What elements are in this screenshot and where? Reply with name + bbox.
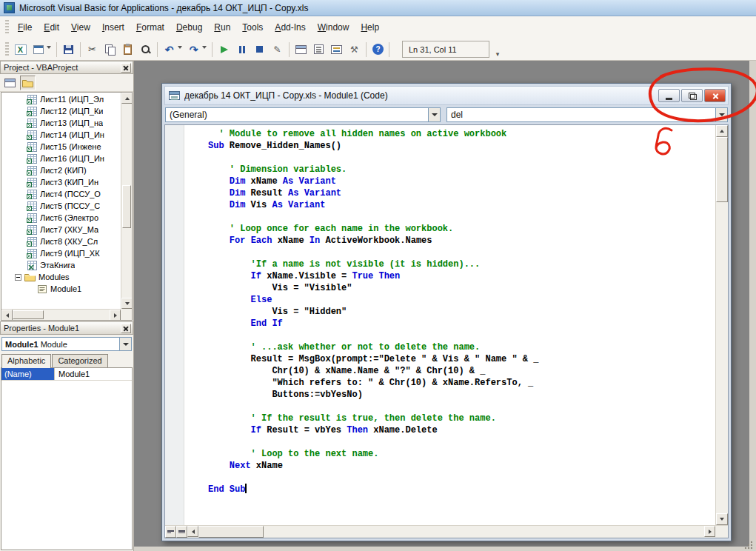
copy-icon[interactable]: [101, 41, 118, 58]
scroll-left-icon[interactable]: [187, 526, 198, 537]
restore-icon[interactable]: [681, 89, 703, 102]
tree-vscroll-thumb[interactable]: [122, 185, 131, 228]
tree-item-module[interactable]: Module1: [1, 283, 121, 295]
procedure-view-icon[interactable]: [165, 526, 176, 538]
property-value-cell[interactable]: Module1: [55, 368, 132, 380]
redo-icon[interactable]: [185, 41, 202, 58]
tree-item-workbook[interactable]: ЭтаКнига: [1, 259, 121, 271]
view-excel-icon[interactable]: [12, 41, 29, 58]
properties-object-dropdown[interactable]: Module1 Module: [1, 337, 132, 351]
tab-categorized[interactable]: Categorized: [52, 354, 107, 367]
project-explorer-icon[interactable]: [292, 41, 310, 58]
project-tree[interactable]: Лист11 (ИЦП_ЭлЛист12 (ИЦП_КиЛист13 (ИЦП_…: [1, 93, 121, 309]
tree-item-sheet[interactable]: Лист13 (ИЦП_на: [1, 117, 121, 129]
save-icon[interactable]: [60, 41, 77, 58]
project-panel-header[interactable]: Project - VBAProject: [0, 61, 133, 74]
scroll-right-icon[interactable]: [110, 310, 121, 321]
help-icon[interactable]: [369, 41, 387, 58]
project-panel-close-icon[interactable]: [121, 63, 131, 73]
code-vscroll-thumb[interactable]: [716, 137, 728, 202]
menu-item-format[interactable]: Format: [130, 19, 170, 36]
tree-item-sheet[interactable]: Лист12 (ИЦП_Ки: [1, 105, 121, 117]
tree-item-sheet[interactable]: Лист11 (ИЦП_Эл: [1, 93, 121, 105]
undo-icon[interactable]: [161, 41, 178, 58]
find-icon[interactable]: [137, 41, 154, 58]
menu-item-insert[interactable]: Insert: [96, 19, 130, 36]
menu-item-add-ins[interactable]: Add-Ins: [269, 19, 311, 36]
procedure-dropdown[interactable]: del: [446, 107, 728, 122]
menu-item-file[interactable]: File: [12, 19, 38, 36]
window-resize-grip[interactable]: [744, 540, 754, 550]
reset-icon[interactable]: [251, 41, 268, 58]
close-icon[interactable]: [704, 89, 726, 102]
menu-item-edit[interactable]: Edit: [38, 19, 65, 36]
tree-item-sheet[interactable]: Лист4 (ПССУ_О: [1, 188, 121, 200]
scroll-up-icon[interactable]: [121, 93, 133, 104]
tree-item-sheet[interactable]: Лист6 (Электро: [1, 212, 121, 224]
code-vscroll-track[interactable]: [716, 137, 728, 513]
code-vertical-scrollbar[interactable]: [715, 125, 728, 525]
minimize-icon[interactable]: [658, 89, 680, 102]
scroll-down-icon[interactable]: [121, 298, 133, 309]
dropdown-arrow-icon[interactable]: [715, 108, 727, 121]
scroll-right-icon[interactable]: [704, 526, 715, 537]
scroll-down-icon[interactable]: [716, 513, 728, 525]
tree-vertical-scrollbar[interactable]: [121, 93, 132, 309]
property-row[interactable]: (Name) Module1: [1, 368, 132, 381]
dropdown-arrow-icon[interactable]: [178, 46, 182, 49]
tree-item-sheet[interactable]: Лист7 (ХКУ_Ма: [1, 224, 121, 236]
menu-item-debug[interactable]: Debug: [170, 19, 208, 36]
toolbar-drag-handle[interactable]: [5, 42, 9, 57]
properties-panel-close-icon[interactable]: [121, 324, 131, 333]
toolbar-options-chevron[interactable]: [492, 41, 503, 58]
run-icon[interactable]: [215, 41, 233, 58]
titlebar[interactable]: Microsoft Visual Basic for Applications …: [0, 0, 756, 16]
menu-item-run[interactable]: Run: [208, 19, 236, 36]
toggle-folders-icon[interactable]: [20, 76, 36, 90]
menu-item-help[interactable]: Help: [355, 19, 385, 36]
code-hscroll-track[interactable]: [198, 526, 704, 538]
code-margin-indicator-bar[interactable]: [165, 125, 184, 525]
paste-icon[interactable]: [119, 41, 136, 58]
tree-item-sheet[interactable]: Лист8 (ХКУ_Сл: [1, 236, 121, 247]
menu-item-tools[interactable]: Tools: [236, 19, 269, 36]
menu-item-view[interactable]: View: [65, 19, 96, 36]
tree-item-folder[interactable]: Modules: [1, 271, 121, 283]
view-object-icon[interactable]: [2, 76, 18, 90]
break-icon[interactable]: [233, 41, 250, 58]
tree-item-sheet[interactable]: Лист2 (КИП): [1, 164, 121, 176]
cut-icon[interactable]: [84, 41, 101, 58]
dropdown-arrow-icon[interactable]: [202, 46, 207, 49]
tree-item-sheet[interactable]: Лист3 (КИП_Ин: [1, 176, 121, 188]
tab-alphabetic[interactable]: Alphabetic: [1, 354, 51, 368]
tree-item-sheet[interactable]: Лист9 (ИЦП_ХК: [1, 247, 121, 259]
tree-item-sheet[interactable]: Лист15 (Инжене: [1, 141, 121, 153]
tree-item-sheet[interactable]: Лист16 (ИЦП_Ин: [1, 153, 121, 164]
code-hscroll-thumb[interactable]: [198, 526, 264, 538]
dropdown-arrow-icon[interactable]: [119, 338, 131, 350]
properties-panel-header[interactable]: Properties - Module1: [0, 321, 133, 335]
tree-horizontal-scrollbar[interactable]: [1, 309, 121, 320]
properties-window-icon[interactable]: [310, 41, 327, 58]
code-window-titlebar[interactable]: декабрь 14 ОКТ_ИЦП - Copy.xls - Module1 …: [164, 86, 729, 105]
dropdown-arrow-icon[interactable]: [428, 108, 440, 121]
design-mode-icon[interactable]: [269, 41, 286, 58]
menu-item-window[interactable]: Window: [312, 19, 355, 36]
menubar-drag-handle[interactable]: [5, 20, 9, 35]
tree-hscroll-track[interactable]: [13, 310, 110, 320]
code-editor-text-area[interactable]: ' Module to remove all hidden names on a…: [184, 125, 715, 525]
scroll-left-icon[interactable]: [1, 310, 13, 321]
property-name-cell[interactable]: (Name): [1, 368, 55, 380]
tree-vscroll-track[interactable]: [121, 104, 132, 298]
object-browser-icon[interactable]: [328, 41, 345, 58]
insert-userform-icon[interactable]: [30, 41, 47, 58]
tree-item-sheet[interactable]: Лист5 (ПССУ_С: [1, 200, 121, 212]
object-dropdown[interactable]: (General): [165, 107, 441, 122]
scroll-up-icon[interactable]: [716, 125, 728, 137]
toolbox-icon[interactable]: [346, 41, 363, 58]
collapse-minus-icon[interactable]: [15, 274, 21, 281]
tree-hscroll-thumb[interactable]: [13, 310, 44, 319]
tree-item-sheet[interactable]: Лист14 (ИЦП_Ин: [1, 129, 121, 141]
dropdown-arrow-icon[interactable]: [47, 46, 51, 49]
full-module-view-icon[interactable]: [176, 526, 187, 538]
